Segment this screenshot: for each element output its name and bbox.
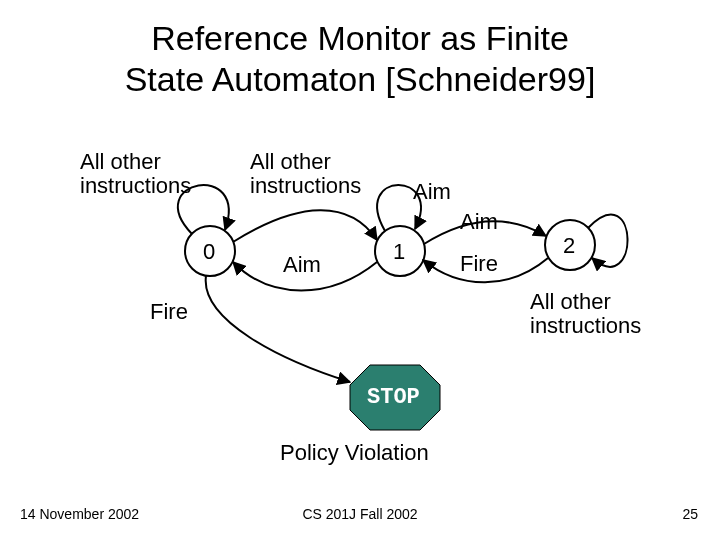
- label-aim-top: Aim: [413, 180, 451, 204]
- label-fire-down: Fire: [150, 300, 188, 324]
- state-0: 0: [203, 239, 215, 265]
- label-fire-back: Fire: [460, 252, 498, 276]
- state-2: 2: [563, 233, 575, 259]
- label-allother-1: All other instructions: [250, 150, 361, 198]
- label-allother-2: All other instructions: [530, 290, 641, 338]
- footer-page: 25: [682, 506, 698, 522]
- policy-violation-label: Policy Violation: [280, 440, 429, 466]
- state-1: 1: [393, 239, 405, 265]
- label-aim-bottom: Aim: [283, 253, 321, 277]
- label-aim-back: Aim: [460, 210, 498, 234]
- footer-course: CS 201J Fall 2002: [0, 506, 720, 522]
- stop-sign-text: STOP: [367, 385, 420, 410]
- label-allother-0: All other instructions: [80, 150, 191, 198]
